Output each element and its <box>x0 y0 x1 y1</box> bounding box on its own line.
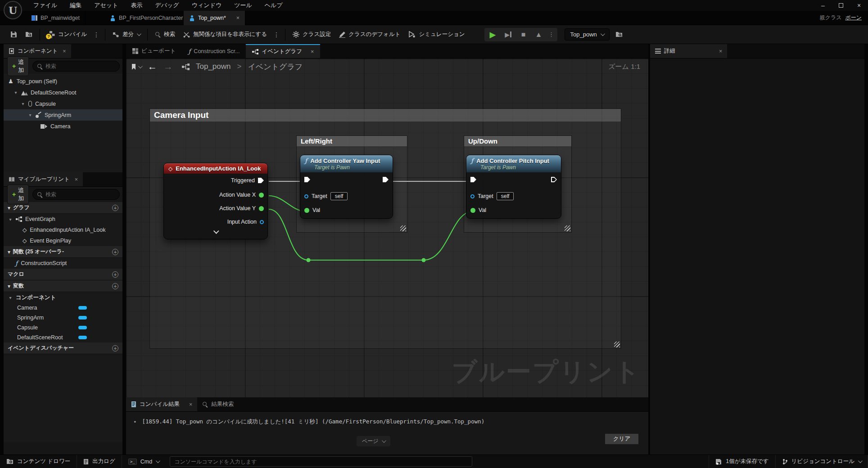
node-enhancedinputaction-ia-look[interactable]: ◇ EnhancedInputAction IA_Look Triggered … <box>163 163 268 239</box>
pin-input-action[interactable]: Input Action <box>227 219 264 225</box>
console-command-field[interactable] <box>170 456 472 467</box>
add-function-icon[interactable]: + <box>112 249 118 255</box>
variable-row-springarm[interactable]: SpringArm <box>4 313 122 323</box>
object-pin-icon[interactable] <box>260 220 264 224</box>
tree-row-springarm[interactable]: ▾ SpringArm <box>4 109 122 121</box>
simulate-button[interactable]: シミュレーション <box>404 28 469 41</box>
row-enhancedinputaction[interactable]: ◇ EnhancedInputAction IA_Look <box>4 225 122 235</box>
close-tab-icon[interactable]: × <box>236 15 240 21</box>
row-eventgraph[interactable]: ▾ EventGraph <box>4 214 122 225</box>
comment-resize-handle[interactable] <box>400 225 406 231</box>
add-component-button[interactable]: + 追加 <box>7 56 29 76</box>
caret-down-icon[interactable]: ▾ <box>8 217 13 222</box>
exec-out-pin[interactable] <box>551 177 557 182</box>
group-components-variables[interactable]: ▾ コンポーネント <box>4 292 122 303</box>
node-header[interactable]: ƒ Add Controller Pitch Input Target is P… <box>466 155 561 172</box>
target-self-value[interactable]: self <box>330 192 348 200</box>
exec-in-pin[interactable] <box>470 177 476 182</box>
close-panel-icon[interactable]: × <box>75 176 78 183</box>
caret-down-icon[interactable]: ▾ <box>28 112 32 117</box>
components-search[interactable] <box>32 61 120 72</box>
compiler-log-row[interactable]: • [1859.44] Top_pown のコンパイルに成功しました![41 ミ… <box>133 418 484 426</box>
menu-debug[interactable]: デバッグ <box>149 0 185 11</box>
maximize-button[interactable] <box>832 0 850 11</box>
object-pin-icon[interactable] <box>470 194 475 198</box>
close-panel-icon[interactable]: × <box>719 48 722 54</box>
menu-edit[interactable]: 編集 <box>63 0 88 11</box>
content-drawer-button[interactable]: コンテンツ ドロワー <box>0 455 77 468</box>
menu-file[interactable]: ファイル <box>27 0 63 11</box>
variable-row-camera[interactable]: Camera <box>4 303 122 313</box>
close-window-button[interactable]: × <box>850 0 868 11</box>
breadcrumb-current[interactable]: イベントグラフ <box>248 62 303 72</box>
play-button[interactable]: ▶ <box>486 29 500 40</box>
my-blueprint-search-input[interactable] <box>45 191 115 198</box>
tab-bp-mainwidget[interactable]: BP_mainwidget <box>26 11 86 25</box>
breadcrumb-root[interactable]: Top_pown <box>196 62 231 71</box>
close-tab-icon[interactable]: × <box>189 401 192 408</box>
menu-asset[interactable]: アセット <box>88 0 124 11</box>
bookmarks-button[interactable] <box>131 64 141 70</box>
exec-pin-icon[interactable] <box>258 178 264 183</box>
nav-forward-button[interactable]: → <box>163 62 173 71</box>
find-button[interactable]: 検索 <box>151 28 179 41</box>
hide-unrelated-button[interactable]: 無関係な項目を非表示にする <box>179 28 271 41</box>
exec-pin-icon[interactable] <box>304 177 310 182</box>
compile-options-kebab[interactable]: ⋮ <box>91 29 102 40</box>
hide-unrelated-kebab[interactable]: ⋮ <box>271 29 282 40</box>
pin-val[interactable]: Val <box>304 207 320 213</box>
debug-object-dropdown[interactable]: Top_pown <box>565 28 610 40</box>
save-button[interactable] <box>6 28 21 40</box>
section-event-dispatchers[interactable]: イベントディスパッチャー + <box>4 342 122 354</box>
browse-asset-button[interactable] <box>21 29 36 40</box>
caret-down-icon[interactable]: ▾ <box>21 101 25 106</box>
comment-title[interactable]: Camera Input <box>150 109 621 122</box>
my-blueprint-search[interactable] <box>32 189 120 200</box>
comment-resize-handle[interactable] <box>614 342 620 347</box>
exec-pin-icon[interactable] <box>470 177 476 182</box>
output-log-button[interactable]: 出力ログ <box>77 455 122 468</box>
exec-in-pin[interactable] <box>304 177 310 182</box>
comment-title[interactable]: Left/Right <box>297 136 407 147</box>
tab-viewport[interactable]: ビューポート <box>126 44 182 58</box>
section-graphs[interactable]: ▾ グラフ + <box>4 202 122 214</box>
variable-row-capsule[interactable]: Capsule <box>4 323 122 333</box>
tab-top-pown[interactable]: Top_pown* × <box>184 11 245 25</box>
comment-resize-handle[interactable] <box>565 225 570 231</box>
unsaved-assets-button[interactable]: 1個が未保存です <box>709 455 775 468</box>
variable-row-defaultsceneroot[interactable]: DefaultSceneRoot <box>4 333 122 342</box>
section-macros[interactable]: マクロ + <box>4 269 122 280</box>
pin-target[interactable]: Target self <box>470 192 514 200</box>
object-pin-icon[interactable] <box>304 194 308 198</box>
frame-skip-button[interactable]: ▶ <box>502 29 515 40</box>
menu-help[interactable]: ヘルプ <box>258 0 289 11</box>
caret-down-icon[interactable]: ▾ <box>8 295 13 300</box>
exec-pin-icon[interactable] <box>383 177 389 182</box>
clear-button[interactable]: クリア <box>605 433 639 445</box>
float-pin-icon[interactable] <box>259 193 264 198</box>
row-constructionscript[interactable]: ƒ ConstructionScript <box>4 258 122 269</box>
page-dropdown[interactable]: ページ <box>357 436 390 446</box>
caret-down-icon[interactable]: ▾ <box>14 90 18 95</box>
menu-window[interactable]: ウィンドウ <box>185 0 228 11</box>
float-pin-icon[interactable] <box>304 208 309 213</box>
close-tab-icon[interactable]: × <box>311 49 314 55</box>
expand-node-chevron-icon[interactable] <box>213 228 219 234</box>
tab-compiler-results[interactable]: コンパイル結果 × <box>126 397 197 411</box>
row-event-beginplay[interactable]: ◇ Event BeginPlay <box>4 235 122 246</box>
target-self-value[interactable]: self <box>497 192 514 200</box>
minimize-button[interactable]: – <box>814 0 832 11</box>
tab-event-graph[interactable]: イベントグラフ × <box>246 44 320 58</box>
add-variable-icon[interactable]: + <box>112 283 118 289</box>
pin-action-value-x[interactable]: Action Value X <box>219 192 264 198</box>
float-pin-icon[interactable] <box>259 206 264 211</box>
add-dispatcher-icon[interactable]: + <box>112 345 118 351</box>
parent-class-link[interactable]: ポーン <box>845 14 862 22</box>
tab-find-results[interactable]: 結果検索 <box>197 397 239 411</box>
browse-debug-object-button[interactable] <box>611 29 627 40</box>
node-add-controller-yaw-input[interactable]: ƒ Add Controller Yaw Input Target is Paw… <box>300 155 393 219</box>
tree-row-self[interactable]: ♟ Top_pown (Self) <box>4 76 122 87</box>
tab-details[interactable]: 詳細 × <box>650 44 727 58</box>
nav-back-button[interactable]: ← <box>148 62 157 71</box>
event-graph-canvas[interactable]: ← → Top_pown > イベントグラフ ズーム 1:1 Camera In… <box>126 58 648 397</box>
